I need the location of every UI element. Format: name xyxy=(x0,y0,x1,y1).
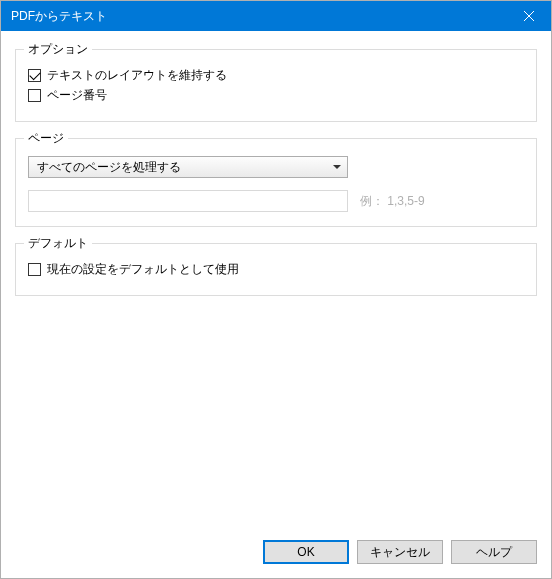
select-page-mode-value: すべてのページを処理する xyxy=(37,159,181,176)
dialog-window: PDFからテキスト オプション テキストのレイアウトを維持する ページ番号 ペー… xyxy=(0,0,552,579)
row-retain-layout: テキストのレイアウトを維持する xyxy=(28,67,524,84)
dialog-content: オプション テキストのレイアウトを維持する ページ番号 ページ すべてのページを… xyxy=(1,31,551,578)
label-page-numbers: ページ番号 xyxy=(47,87,107,104)
group-pages-legend: ページ xyxy=(24,130,68,147)
checkbox-page-numbers[interactable] xyxy=(28,89,41,102)
row-page-range: 例： 1,3,5-9 xyxy=(28,190,524,212)
ok-button-label: OK xyxy=(297,545,314,559)
group-options: オプション テキストのレイアウトを維持する ページ番号 xyxy=(15,49,537,122)
checkbox-use-default[interactable] xyxy=(28,263,41,276)
example-label: 例： 1,3,5-9 xyxy=(360,193,425,210)
ok-button[interactable]: OK xyxy=(263,540,349,564)
close-icon xyxy=(524,11,534,21)
button-row: OK キャンセル ヘルプ xyxy=(15,530,537,564)
group-pages: ページ すべてのページを処理する 例： 1,3,5-9 xyxy=(15,138,537,227)
row-use-default: 現在の設定をデフォルトとして使用 xyxy=(28,261,524,278)
select-page-mode[interactable]: すべてのページを処理する xyxy=(28,156,348,178)
label-use-default: 現在の設定をデフォルトとして使用 xyxy=(47,261,239,278)
input-page-range[interactable] xyxy=(28,190,348,212)
row-page-numbers: ページ番号 xyxy=(28,87,524,104)
group-options-legend: オプション xyxy=(24,41,92,58)
group-defaults-legend: デフォルト xyxy=(24,235,92,252)
label-retain-layout: テキストのレイアウトを維持する xyxy=(47,67,227,84)
close-button[interactable] xyxy=(506,1,551,31)
cancel-button-label: キャンセル xyxy=(370,544,430,561)
chevron-down-icon xyxy=(333,165,341,169)
spacer xyxy=(15,306,537,530)
group-defaults: デフォルト 現在の設定をデフォルトとして使用 xyxy=(15,243,537,296)
help-button[interactable]: ヘルプ xyxy=(451,540,537,564)
window-title: PDFからテキスト xyxy=(11,8,107,25)
help-button-label: ヘルプ xyxy=(476,544,512,561)
checkbox-retain-layout[interactable] xyxy=(28,69,41,82)
titlebar: PDFからテキスト xyxy=(1,1,551,31)
cancel-button[interactable]: キャンセル xyxy=(357,540,443,564)
row-page-select: すべてのページを処理する xyxy=(28,156,524,178)
